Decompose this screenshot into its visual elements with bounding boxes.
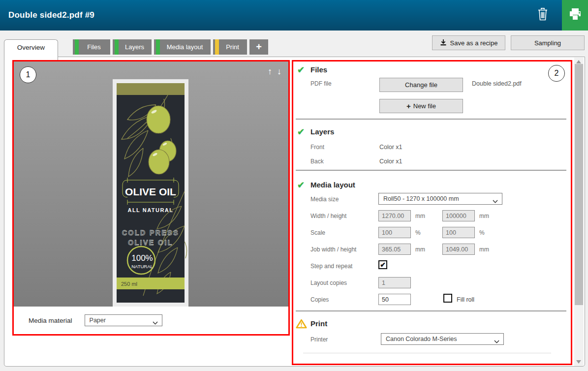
fill-roll-label: Fill roll	[457, 296, 474, 303]
job-width-height-label: Job width / height	[310, 246, 356, 253]
change-file-button[interactable]: Change file	[379, 78, 463, 92]
step-repeat-label: Step and repeat	[310, 263, 352, 270]
chevron-down-icon	[493, 198, 498, 205]
media-layout-ok-check-icon: ✔	[297, 180, 305, 190]
label-badge-bottom-text: NATURAL	[131, 264, 153, 269]
preview-canvas[interactable]: 1 ↑ ↓	[14, 62, 288, 307]
back-layer-value: Color x1	[379, 158, 402, 165]
print-section-heading: Print	[310, 319, 327, 328]
print-button[interactable]	[562, 0, 588, 31]
section-divider	[296, 119, 566, 120]
tab-files-label: Files	[82, 43, 100, 51]
label-line1-text: COLD PRESS	[122, 229, 179, 237]
scale-label: Scale	[310, 229, 325, 236]
tab-print-label: Print	[221, 43, 239, 51]
tab-overview-label: Overview	[17, 44, 45, 60]
job-width-unit: mm	[415, 246, 425, 253]
save-recipe-icon	[440, 39, 447, 47]
move-up-icon[interactable]: ↑	[268, 66, 272, 77]
annotation-badge-2: 2	[548, 65, 565, 82]
title-bar: Double sided2.pdf #9	[0, 0, 588, 31]
tab-layers-status	[115, 39, 119, 55]
new-file-label: New file	[413, 102, 436, 110]
print-warning-icon	[296, 319, 307, 331]
scrollbar-thumb[interactable]	[575, 64, 583, 305]
plus-icon: +	[256, 41, 262, 53]
current-file-name: Double sided2.pdf	[472, 80, 522, 87]
preview-panel: 1 ↑ ↓	[12, 60, 290, 336]
trash-icon	[536, 7, 549, 24]
files-ok-check-icon: ✔	[297, 64, 305, 75]
tab-overview[interactable]: Overview	[4, 39, 58, 60]
media-material-label: Media material	[29, 317, 72, 324]
delete-job-button[interactable]	[529, 0, 557, 31]
scale-y-input[interactable]	[442, 227, 475, 238]
settings-panel: 2 ✔ Files PDF file Change file Double si…	[292, 60, 572, 365]
save-recipe-button[interactable]: Save as a recipe	[432, 35, 505, 50]
layers-section-heading: Layers	[310, 127, 334, 136]
media-layout-section-heading: Media layout	[310, 181, 355, 189]
label-line2-text: OLIVE OIL	[128, 239, 173, 247]
job-height-unit: mm	[479, 246, 489, 253]
step-repeat-checkbox[interactable]: ✔	[378, 260, 387, 269]
height-unit: mm	[479, 213, 489, 219]
layout-copies-label: Layout copies	[310, 279, 347, 286]
tab-layers[interactable]: Layers	[113, 39, 152, 55]
job-title: Double sided2.pdf #9	[8, 10, 94, 20]
plus-icon: +	[406, 102, 411, 110]
label-title-text: OLIVE OIL	[125, 186, 176, 197]
fill-roll-checkbox[interactable]	[443, 294, 452, 303]
tab-print[interactable]: Print	[213, 39, 247, 55]
scrollbar-down-icon[interactable]	[576, 360, 581, 364]
media-material-row: Media material Paper	[14, 307, 288, 334]
job-height-input[interactable]	[442, 244, 475, 255]
media-material-value: Paper	[90, 317, 106, 324]
add-tab-button[interactable]: +	[249, 39, 268, 55]
move-down-icon[interactable]: ↓	[277, 66, 281, 77]
sampling-label: Sampling	[534, 39, 561, 47]
scrollbar-up-icon[interactable]	[576, 60, 581, 63]
tab-media-layout-label: Media layout	[162, 43, 203, 51]
layers-ok-check-icon: ✔	[297, 126, 305, 137]
layout-copies-input[interactable]	[378, 277, 411, 288]
vertical-scrollbar[interactable]	[574, 58, 584, 366]
width-unit: mm	[415, 213, 425, 219]
tab-media-layout[interactable]: Media layout	[154, 39, 211, 55]
copies-input[interactable]	[378, 294, 411, 305]
front-layer-value: Color x1	[379, 144, 402, 151]
media-size-value: Roll50 - 1270 x 100000 mm	[383, 195, 459, 202]
tab-media-layout-status	[156, 39, 160, 55]
media-size-select[interactable]: Roll50 - 1270 x 100000 mm	[378, 193, 502, 205]
overview-content: 1 ↑ ↓	[4, 57, 585, 367]
width-input[interactable]	[378, 210, 411, 221]
pdf-file-label: PDF file	[310, 80, 332, 87]
media-size-label: Media size	[310, 196, 339, 203]
sampling-button[interactable]: Sampling	[511, 35, 585, 50]
save-recipe-label: Save as a recipe	[450, 39, 498, 47]
new-file-button[interactable]: + New file	[379, 99, 463, 113]
annotation-badge-1: 1	[20, 66, 36, 83]
scale-x-input[interactable]	[378, 227, 411, 238]
label-volume-text: 250 ml	[121, 281, 137, 287]
chevron-down-icon	[153, 319, 158, 326]
section-divider	[296, 310, 566, 311]
change-file-label: Change file	[405, 81, 437, 89]
section-divider	[296, 170, 566, 171]
checkbox-check-icon: ✔	[380, 261, 386, 269]
printer-icon	[567, 7, 583, 24]
width-height-label: Width / height	[310, 213, 346, 219]
section-divider	[303, 353, 551, 353]
printer-select[interactable]: Canon Colorado M-Series	[381, 333, 504, 345]
media-material-select[interactable]: Paper	[85, 314, 162, 326]
tab-layers-label: Layers	[120, 43, 144, 51]
job-width-input[interactable]	[378, 244, 411, 255]
scale-y-unit: %	[479, 229, 485, 236]
height-input[interactable]	[442, 210, 475, 221]
tab-print-status	[215, 39, 219, 55]
front-layer-label: Front	[310, 144, 324, 151]
scale-x-unit: %	[415, 229, 421, 236]
label-badge-top-text: 100%	[131, 253, 153, 263]
chevron-down-icon	[494, 338, 499, 345]
tab-files[interactable]: Files	[73, 39, 110, 55]
back-layer-label: Back	[310, 158, 324, 165]
